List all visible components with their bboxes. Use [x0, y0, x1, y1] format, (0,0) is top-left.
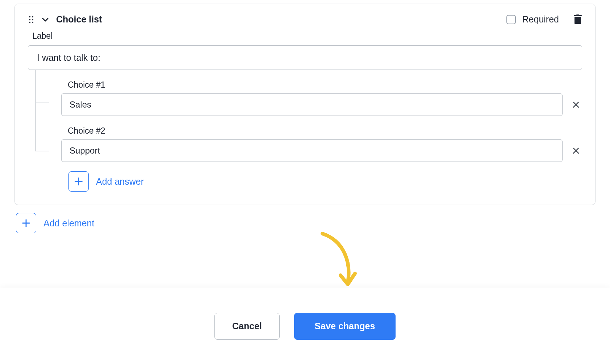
choices-container: Choice #1 Choice #2: [35, 80, 582, 192]
svg-point-0: [29, 16, 30, 17]
choice-input-row: [61, 139, 582, 162]
delete-element-button[interactable]: [573, 14, 582, 25]
drag-handle-icon[interactable]: [28, 15, 34, 24]
svg-point-5: [32, 21, 33, 23]
element-header-right: Required: [506, 14, 582, 25]
svg-point-3: [32, 18, 33, 20]
choice-row: Choice #1: [35, 80, 582, 116]
choice-input[interactable]: [61, 139, 563, 162]
cancel-button[interactable]: Cancel: [214, 313, 280, 340]
svg-rect-8: [576, 14, 579, 16]
svg-rect-6: [575, 17, 581, 24]
choice-caption: Choice #1: [68, 80, 582, 90]
required-checkbox[interactable]: [506, 15, 516, 24]
element-header-left: Choice list: [28, 14, 102, 25]
element-type-label: Choice list: [56, 14, 102, 25]
footer-action-bar: Cancel Save changes: [0, 288, 610, 364]
label-input[interactable]: [28, 45, 582, 70]
choice-input-row: [61, 93, 582, 116]
tree-connector-icon: [35, 97, 49, 151]
add-answer-row: Add answer: [68, 171, 582, 192]
choice-row: Choice #2: [35, 126, 582, 162]
svg-point-2: [29, 18, 30, 20]
svg-point-4: [29, 21, 30, 23]
add-element-row: Add element: [16, 213, 596, 233]
remove-choice-button[interactable]: [570, 99, 582, 111]
add-answer-button[interactable]: [68, 171, 89, 192]
add-element-link[interactable]: Add element: [43, 218, 94, 229]
required-label: Required: [522, 14, 559, 25]
add-answer-link[interactable]: Add answer: [96, 176, 144, 187]
choice-input[interactable]: [61, 93, 563, 116]
remove-choice-button[interactable]: [570, 145, 582, 157]
svg-point-1: [32, 16, 33, 17]
collapse-toggle-chevron-down-icon[interactable]: [41, 15, 50, 24]
add-element-button[interactable]: [16, 213, 36, 233]
save-changes-button[interactable]: Save changes: [294, 313, 396, 340]
element-header: Choice list Required: [28, 14, 582, 25]
choice-caption: Choice #2: [68, 126, 582, 136]
annotation-arrow-icon: [312, 230, 362, 292]
label-field-caption: Label: [32, 31, 582, 41]
choice-list-element-card: Choice list Required Label Choice #1: [14, 4, 596, 205]
